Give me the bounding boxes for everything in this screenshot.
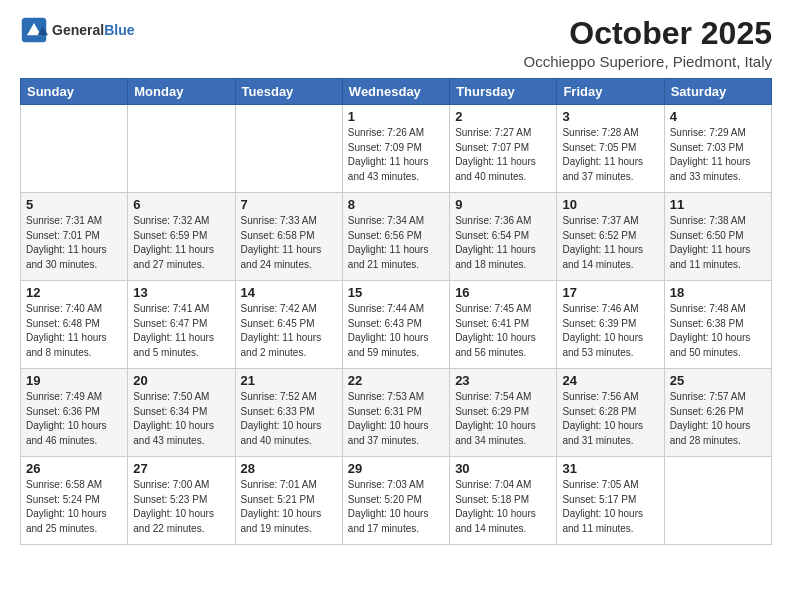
day-info: Sunrise: 7:28 AM Sunset: 7:05 PM Dayligh… bbox=[562, 126, 658, 184]
calendar-cell: 16Sunrise: 7:45 AM Sunset: 6:41 PM Dayli… bbox=[450, 281, 557, 369]
day-info: Sunrise: 7:31 AM Sunset: 7:01 PM Dayligh… bbox=[26, 214, 122, 272]
day-info: Sunrise: 7:38 AM Sunset: 6:50 PM Dayligh… bbox=[670, 214, 766, 272]
weekday-header-tuesday: Tuesday bbox=[235, 79, 342, 105]
day-number: 14 bbox=[241, 285, 337, 300]
page-header: GeneralBlue October 2025 Occhieppo Super… bbox=[20, 16, 772, 70]
day-info: Sunrise: 7:53 AM Sunset: 6:31 PM Dayligh… bbox=[348, 390, 444, 448]
calendar-cell: 7Sunrise: 7:33 AM Sunset: 6:58 PM Daylig… bbox=[235, 193, 342, 281]
day-number: 11 bbox=[670, 197, 766, 212]
calendar-cell: 6Sunrise: 7:32 AM Sunset: 6:59 PM Daylig… bbox=[128, 193, 235, 281]
calendar-cell: 19Sunrise: 7:49 AM Sunset: 6:36 PM Dayli… bbox=[21, 369, 128, 457]
calendar-cell: 15Sunrise: 7:44 AM Sunset: 6:43 PM Dayli… bbox=[342, 281, 449, 369]
weekday-header-friday: Friday bbox=[557, 79, 664, 105]
logo-text: GeneralBlue bbox=[52, 22, 134, 39]
day-info: Sunrise: 7:37 AM Sunset: 6:52 PM Dayligh… bbox=[562, 214, 658, 272]
calendar-cell bbox=[235, 105, 342, 193]
day-number: 1 bbox=[348, 109, 444, 124]
calendar-cell: 14Sunrise: 7:42 AM Sunset: 6:45 PM Dayli… bbox=[235, 281, 342, 369]
calendar-cell: 26Sunrise: 6:58 AM Sunset: 5:24 PM Dayli… bbox=[21, 457, 128, 545]
calendar-cell: 12Sunrise: 7:40 AM Sunset: 6:48 PM Dayli… bbox=[21, 281, 128, 369]
day-info: Sunrise: 7:29 AM Sunset: 7:03 PM Dayligh… bbox=[670, 126, 766, 184]
day-number: 27 bbox=[133, 461, 229, 476]
day-number: 4 bbox=[670, 109, 766, 124]
calendar-cell: 13Sunrise: 7:41 AM Sunset: 6:47 PM Dayli… bbox=[128, 281, 235, 369]
calendar-cell: 21Sunrise: 7:52 AM Sunset: 6:33 PM Dayli… bbox=[235, 369, 342, 457]
calendar-cell: 1Sunrise: 7:26 AM Sunset: 7:09 PM Daylig… bbox=[342, 105, 449, 193]
calendar-cell: 23Sunrise: 7:54 AM Sunset: 6:29 PM Dayli… bbox=[450, 369, 557, 457]
calendar-cell bbox=[664, 457, 771, 545]
calendar-cell: 2Sunrise: 7:27 AM Sunset: 7:07 PM Daylig… bbox=[450, 105, 557, 193]
day-number: 3 bbox=[562, 109, 658, 124]
day-info: Sunrise: 7:36 AM Sunset: 6:54 PM Dayligh… bbox=[455, 214, 551, 272]
day-number: 2 bbox=[455, 109, 551, 124]
calendar-cell bbox=[21, 105, 128, 193]
day-number: 5 bbox=[26, 197, 122, 212]
calendar-cell: 24Sunrise: 7:56 AM Sunset: 6:28 PM Dayli… bbox=[557, 369, 664, 457]
calendar-cell: 17Sunrise: 7:46 AM Sunset: 6:39 PM Dayli… bbox=[557, 281, 664, 369]
day-info: Sunrise: 7:57 AM Sunset: 6:26 PM Dayligh… bbox=[670, 390, 766, 448]
title-area: October 2025 Occhieppo Superiore, Piedmo… bbox=[524, 16, 772, 70]
day-info: Sunrise: 7:05 AM Sunset: 5:17 PM Dayligh… bbox=[562, 478, 658, 536]
calendar-cell: 29Sunrise: 7:03 AM Sunset: 5:20 PM Dayli… bbox=[342, 457, 449, 545]
day-number: 22 bbox=[348, 373, 444, 388]
logo-general: GeneralBlue bbox=[52, 22, 134, 39]
day-info: Sunrise: 7:34 AM Sunset: 6:56 PM Dayligh… bbox=[348, 214, 444, 272]
weekday-header-thursday: Thursday bbox=[450, 79, 557, 105]
calendar-cell: 5Sunrise: 7:31 AM Sunset: 7:01 PM Daylig… bbox=[21, 193, 128, 281]
calendar-cell: 20Sunrise: 7:50 AM Sunset: 6:34 PM Dayli… bbox=[128, 369, 235, 457]
day-info: Sunrise: 7:27 AM Sunset: 7:07 PM Dayligh… bbox=[455, 126, 551, 184]
calendar-cell bbox=[128, 105, 235, 193]
day-number: 20 bbox=[133, 373, 229, 388]
logo-blue-text: Blue bbox=[104, 22, 134, 38]
calendar-cell: 3Sunrise: 7:28 AM Sunset: 7:05 PM Daylig… bbox=[557, 105, 664, 193]
calendar-cell: 10Sunrise: 7:37 AM Sunset: 6:52 PM Dayli… bbox=[557, 193, 664, 281]
calendar-cell: 28Sunrise: 7:01 AM Sunset: 5:21 PM Dayli… bbox=[235, 457, 342, 545]
day-number: 31 bbox=[562, 461, 658, 476]
calendar-cell: 8Sunrise: 7:34 AM Sunset: 6:56 PM Daylig… bbox=[342, 193, 449, 281]
day-info: Sunrise: 7:44 AM Sunset: 6:43 PM Dayligh… bbox=[348, 302, 444, 360]
day-info: Sunrise: 7:40 AM Sunset: 6:48 PM Dayligh… bbox=[26, 302, 122, 360]
location-title: Occhieppo Superiore, Piedmont, Italy bbox=[524, 53, 772, 70]
day-info: Sunrise: 7:49 AM Sunset: 6:36 PM Dayligh… bbox=[26, 390, 122, 448]
calendar-cell: 11Sunrise: 7:38 AM Sunset: 6:50 PM Dayli… bbox=[664, 193, 771, 281]
month-title: October 2025 bbox=[524, 16, 772, 51]
logo: GeneralBlue bbox=[20, 16, 134, 44]
day-number: 7 bbox=[241, 197, 337, 212]
day-info: Sunrise: 7:26 AM Sunset: 7:09 PM Dayligh… bbox=[348, 126, 444, 184]
weekday-header-wednesday: Wednesday bbox=[342, 79, 449, 105]
day-info: Sunrise: 7:32 AM Sunset: 6:59 PM Dayligh… bbox=[133, 214, 229, 272]
calendar-cell: 9Sunrise: 7:36 AM Sunset: 6:54 PM Daylig… bbox=[450, 193, 557, 281]
day-info: Sunrise: 7:01 AM Sunset: 5:21 PM Dayligh… bbox=[241, 478, 337, 536]
calendar-cell: 4Sunrise: 7:29 AM Sunset: 7:03 PM Daylig… bbox=[664, 105, 771, 193]
day-info: Sunrise: 7:41 AM Sunset: 6:47 PM Dayligh… bbox=[133, 302, 229, 360]
calendar-cell: 22Sunrise: 7:53 AM Sunset: 6:31 PM Dayli… bbox=[342, 369, 449, 457]
day-number: 6 bbox=[133, 197, 229, 212]
week-row-2: 5Sunrise: 7:31 AM Sunset: 7:01 PM Daylig… bbox=[21, 193, 772, 281]
day-number: 28 bbox=[241, 461, 337, 476]
day-info: Sunrise: 7:33 AM Sunset: 6:58 PM Dayligh… bbox=[241, 214, 337, 272]
day-info: Sunrise: 7:48 AM Sunset: 6:38 PM Dayligh… bbox=[670, 302, 766, 360]
day-number: 23 bbox=[455, 373, 551, 388]
week-row-1: 1Sunrise: 7:26 AM Sunset: 7:09 PM Daylig… bbox=[21, 105, 772, 193]
day-number: 12 bbox=[26, 285, 122, 300]
day-info: Sunrise: 7:54 AM Sunset: 6:29 PM Dayligh… bbox=[455, 390, 551, 448]
day-number: 29 bbox=[348, 461, 444, 476]
day-number: 25 bbox=[670, 373, 766, 388]
day-number: 24 bbox=[562, 373, 658, 388]
calendar-cell: 27Sunrise: 7:00 AM Sunset: 5:23 PM Dayli… bbox=[128, 457, 235, 545]
day-info: Sunrise: 7:46 AM Sunset: 6:39 PM Dayligh… bbox=[562, 302, 658, 360]
day-number: 21 bbox=[241, 373, 337, 388]
day-number: 30 bbox=[455, 461, 551, 476]
day-number: 26 bbox=[26, 461, 122, 476]
weekday-header-row: SundayMondayTuesdayWednesdayThursdayFrid… bbox=[21, 79, 772, 105]
calendar-cell: 18Sunrise: 7:48 AM Sunset: 6:38 PM Dayli… bbox=[664, 281, 771, 369]
calendar-table: SundayMondayTuesdayWednesdayThursdayFrid… bbox=[20, 78, 772, 545]
weekday-header-saturday: Saturday bbox=[664, 79, 771, 105]
day-info: Sunrise: 7:00 AM Sunset: 5:23 PM Dayligh… bbox=[133, 478, 229, 536]
calendar-cell: 31Sunrise: 7:05 AM Sunset: 5:17 PM Dayli… bbox=[557, 457, 664, 545]
day-info: Sunrise: 7:45 AM Sunset: 6:41 PM Dayligh… bbox=[455, 302, 551, 360]
week-row-5: 26Sunrise: 6:58 AM Sunset: 5:24 PM Dayli… bbox=[21, 457, 772, 545]
weekday-header-monday: Monday bbox=[128, 79, 235, 105]
logo-icon bbox=[20, 16, 48, 44]
day-number: 15 bbox=[348, 285, 444, 300]
